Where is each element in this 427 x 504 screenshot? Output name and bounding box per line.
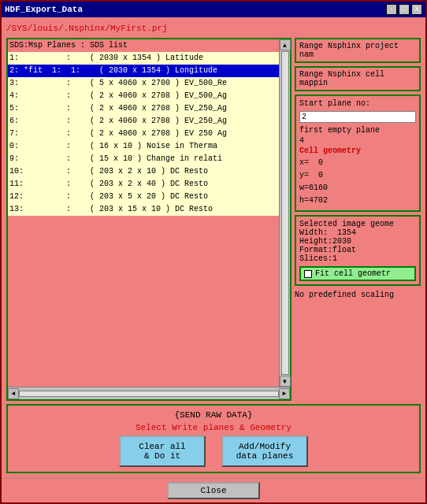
row-1: 1: : ( 2030 x 1354 ) Latitude: [8, 52, 279, 65]
table-row[interactable]: 10: : ( 203 x 2 x 10 ) DC Resto: [8, 165, 279, 178]
first-empty-value: 4: [299, 136, 416, 145]
range-project-button[interactable]: Range Nsphinx project nam: [295, 38, 421, 63]
h-label: h=: [299, 196, 309, 205]
range-cell-mapping-button[interactable]: Range Nsphinx cell mappin: [295, 66, 421, 91]
row-4: 4: : ( 2 x 4060 x 2708 ) EV_500_Ag: [8, 90, 279, 102]
row-12: 12: : ( 203 x 5 x 20 ) DC Resto: [8, 191, 279, 203]
row-6: 6: : ( 2 x 4060 x 2708 ) EV_250_Ag: [8, 115, 279, 128]
start-plane-label: Start plane no:: [299, 99, 416, 108]
slices-value: 1: [332, 254, 337, 263]
select-write-label: Select Write planes & Geometry: [136, 423, 291, 432]
bottom-area: {SEND RAW DATA} Select Write planes & Ge…: [6, 404, 421, 473]
format-label: Format:: [299, 246, 332, 254]
row-3: 3: : ( 5 x 4060 x 2700 ) EV_500_Re: [8, 77, 279, 90]
table-row[interactable]: 3: : ( 5 x 4060 x 2700 ) EV_500_Re: [8, 77, 279, 90]
table-header: SDS:Msp Planes : SDS list: [8, 39, 279, 52]
right-panel: Range Nsphinx project nam Range Nsphinx …: [295, 38, 421, 401]
scroll-down-button[interactable]: ▼: [280, 376, 291, 387]
header-cell: SDS:Msp Planes : SDS list: [8, 39, 279, 52]
row-7: 7: : ( 2 x 4060 x 2708 ) EV 250 Ag: [8, 128, 279, 140]
fit-cell-geometry-button[interactable]: Fit cell geometr: [299, 266, 416, 281]
table-row[interactable]: 13: : ( 203 x 15 x 10 ) DC Resto: [8, 203, 279, 216]
slices-label: Slices:: [299, 254, 332, 263]
fit-btn-label: Fit cell geometr: [315, 269, 391, 278]
add-modify-button[interactable]: Add/Modifydata planes: [221, 435, 308, 467]
fit-checkbox[interactable]: [304, 270, 312, 278]
table-row[interactable]: 5: : ( 2 x 4060 x 2708 ) EV_250_Ag: [8, 102, 279, 115]
scroll-track[interactable]: [281, 51, 289, 375]
y-value: y= 0: [299, 169, 416, 182]
table-area: SDS:Msp Planes : SDS list 1: : ( 2030 x …: [8, 39, 290, 387]
first-empty-label: first empty plane: [299, 126, 416, 135]
horizontal-scrollbar[interactable]: ◄ ►: [8, 387, 290, 399]
width-value: 1354: [337, 228, 356, 237]
row-0: 0: : ( 16 x 10 ) Noise in Therma: [8, 140, 279, 153]
clear-all-button[interactable]: Clear all& Do it: [119, 435, 206, 467]
x-val: 0: [318, 158, 323, 167]
title-bar-buttons: - □ X: [386, 4, 422, 15]
data-table: SDS:Msp Planes : SDS list 1: : ( 2030 x …: [8, 39, 279, 216]
h-scroll-track[interactable]: [19, 391, 279, 397]
minimize-button[interactable]: -: [386, 4, 397, 15]
x-value: x= 0: [299, 157, 416, 169]
table-row[interactable]: 9: : ( 15 x 10 ) Change in relati: [8, 153, 279, 165]
w-label: w=: [299, 183, 309, 192]
image-geom-label: Selected image geome: [299, 220, 416, 228]
height-row: Height:2030: [299, 237, 416, 246]
width-label: Width:: [299, 228, 337, 237]
row-13: 13: : ( 203 x 15 x 10 ) DC Resto: [8, 203, 279, 216]
width-row: Width: 1354: [299, 228, 416, 237]
format-value: float: [332, 246, 356, 254]
table-row[interactable]: 6: : ( 2 x 4060 x 2708 ) EV_250_Ag: [8, 115, 279, 128]
h-val: 4702: [309, 196, 328, 205]
main-area: SDS:Msp Planes : SDS list 1: : ( 2030 x …: [6, 38, 421, 401]
slices-row: Slices:1: [299, 254, 416, 263]
close-button-main[interactable]: Close: [167, 482, 259, 499]
row-10: 10: : ( 203 x 2 x 10 ) DC Resto: [8, 165, 279, 178]
table-row-selected[interactable]: 2: *fit 1: 1: ( 2030 x 1354 ) Longitude: [8, 65, 279, 77]
row-2-selected: 2: *fit 1: 1: ( 2030 x 1354 ) Longitude: [8, 65, 279, 77]
data-list[interactable]: SDS:Msp Planes : SDS list 1: : ( 2030 x …: [8, 39, 279, 244]
row-11: 11: : ( 203 x 2 x 40 ) DC Resto: [8, 178, 279, 191]
scaling-label: No predefined scaling: [295, 289, 421, 301]
cell-geom-label: Cell geometry: [299, 146, 416, 155]
title-bar: HDF_Export_Data - □ X: [2, 2, 425, 17]
start-plane-box: Start plane no: first empty plane 4 Cell…: [295, 94, 421, 212]
row-9: 9: : ( 15 x 10 ) Change in relati: [8, 153, 279, 165]
send-raw-label: {SEND RAW DATA}: [174, 410, 252, 420]
row-5: 5: : ( 2 x 4060 x 2708 ) EV_250_Ag: [8, 102, 279, 115]
table-row[interactable]: 0: : ( 16 x 10 ) Noise in Therma: [8, 140, 279, 153]
maximize-button[interactable]: □: [399, 4, 410, 15]
vertical-scrollbar[interactable]: ▲ ▼: [279, 39, 290, 387]
table-row[interactable]: 11: : ( 203 x 2 x 40 ) DC Resto: [8, 178, 279, 191]
y-val: 0: [318, 171, 323, 180]
table-row[interactable]: 12: : ( 203 x 5 x 20 ) DC Resto: [8, 191, 279, 203]
y-label: y=: [299, 171, 318, 180]
height-label: Height:: [299, 237, 332, 246]
table-row[interactable]: 1: : ( 2030 x 1354 ) Latitude: [8, 52, 279, 65]
image-geom-box: Selected image geome Width: 1354 Height:…: [295, 215, 421, 286]
format-row: Format:float: [299, 246, 416, 254]
close-bar: Close: [2, 478, 425, 502]
scroll-up-button[interactable]: ▲: [280, 39, 291, 50]
close-button[interactable]: X: [411, 4, 422, 15]
scroll-right-button[interactable]: ►: [279, 388, 290, 399]
scroll-left-button[interactable]: ◄: [8, 388, 19, 399]
main-window: HDF_Export_Data - □ X /SYS/louis/.Nsphin…: [0, 0, 427, 504]
w-val: 6160: [309, 183, 328, 192]
w-value: w=6160: [299, 182, 416, 195]
h-value: h=4702: [299, 195, 416, 207]
bottom-buttons: Clear all& Do it Add/Modifydata planes: [13, 435, 414, 467]
table-row[interactable]: 4: : ( 2 x 4060 x 2708 ) EV_500_Ag: [8, 90, 279, 102]
window-title: HDF_Export_Data: [5, 5, 83, 14]
file-path: /SYS/louis/.Nsphinx/MyFirst.prj: [6, 22, 421, 35]
start-plane-input[interactable]: [299, 111, 416, 123]
table-row[interactable]: 7: : ( 2 x 4060 x 2708 ) EV 250 Ag: [8, 128, 279, 140]
left-panel: SDS:Msp Planes : SDS list 1: : ( 2030 x …: [6, 38, 291, 401]
x-label: x=: [299, 158, 318, 167]
window-content: /SYS/louis/.Nsphinx/MyFirst.prj SDS:Msp …: [2, 17, 425, 478]
height-value: 2030: [332, 237, 351, 246]
